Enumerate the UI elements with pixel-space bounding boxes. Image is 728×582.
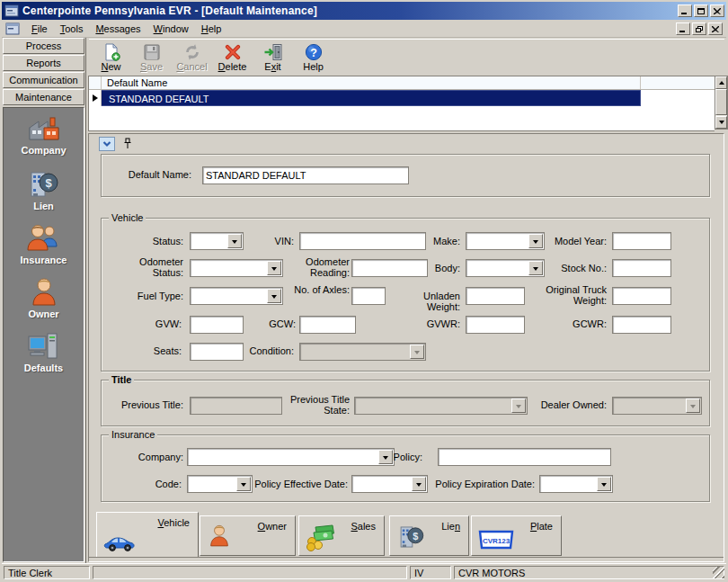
exit-button[interactable]: Exit — [253, 40, 293, 74]
close-icon — [714, 8, 721, 14]
sidebar-button-maintenance[interactable]: Maintenance — [3, 89, 84, 105]
scroll-up-button[interactable] — [715, 76, 727, 89]
odometer-reading-label: Odometer Reading: — [292, 256, 350, 278]
exit-icon — [263, 43, 283, 61]
money-icon — [306, 524, 336, 551]
pushpin-icon[interactable] — [123, 138, 132, 149]
tab-owner[interactable]: Owner — [200, 515, 296, 556]
scroll-down-button[interactable] — [715, 116, 727, 129]
building-dollar-icon: $ — [396, 523, 427, 551]
unladen-weight-input[interactable] — [466, 287, 525, 305]
sidebar-button-reports[interactable]: Reports — [3, 55, 84, 71]
fuel-type-label: Fuel Type: — [120, 291, 183, 301]
odometer-status-combo[interactable] — [190, 259, 283, 277]
grid-row-selected[interactable]: STANDARD DEFAULT — [89, 90, 715, 106]
sidebar-item-label: Defaults — [24, 363, 63, 373]
mdi-minimize-button[interactable] — [676, 22, 690, 35]
mdi-restore-button[interactable] — [692, 22, 706, 35]
chevron-down-icon — [511, 398, 526, 413]
menu-window[interactable]: Window — [147, 22, 195, 36]
stock-no-input[interactable] — [612, 259, 671, 277]
grid-header-row: Default Name — [89, 76, 715, 90]
no-of-axles-input[interactable] — [351, 287, 386, 305]
menu-file[interactable]: File — [25, 22, 54, 36]
mdi-close-button[interactable] — [708, 22, 723, 35]
sidebar-icon-panel: Company $ Lien — [3, 107, 84, 562]
tab-plate[interactable]: Plate CVR123 — [471, 515, 562, 556]
chevron-down-icon[interactable] — [267, 289, 281, 303]
mdi-child-icon — [5, 22, 20, 35]
toolbar-button-label: Exit — [264, 62, 280, 72]
menu-messages[interactable]: Messages — [89, 22, 146, 36]
status-state: IV — [410, 566, 451, 579]
computer-icon — [26, 331, 62, 362]
sidebar-item-label: Company — [21, 145, 66, 156]
gvwr-input[interactable] — [466, 316, 525, 334]
chevron-down-icon[interactable] — [267, 261, 281, 275]
status-combo[interactable] — [190, 232, 244, 250]
app-window: Centerpointe Pennsylvania EVR - [Default… — [0, 0, 728, 582]
insurance-group: Insurance Company: Policy: Code: Policy … — [101, 434, 710, 502]
insurance-company-combo[interactable] — [187, 448, 395, 466]
original-truck-weight-input[interactable] — [612, 287, 671, 305]
menu-tools[interactable]: Tools — [54, 22, 90, 36]
grid-vertical-scrollbar[interactable] — [715, 76, 728, 130]
tab-baseline — [89, 557, 724, 558]
toolbar-button-label: Cancel — [176, 62, 207, 72]
sidebar-button-process[interactable]: Process — [3, 38, 84, 54]
insurance-group-legend: Insurance — [109, 429, 157, 440]
grid-cell-default-name[interactable]: STANDARD DEFAULT — [102, 90, 641, 106]
default-name-input[interactable] — [202, 166, 409, 184]
policy-input[interactable] — [438, 448, 611, 466]
status-label: Status: — [120, 236, 183, 246]
chevron-down-icon — [686, 398, 700, 413]
policy-expiration-date-combo[interactable] — [539, 475, 613, 493]
tab-lien[interactable]: Lien $ — [389, 515, 469, 556]
tab-sales[interactable]: Sales — [298, 515, 385, 556]
factory-icon — [26, 115, 62, 144]
new-document-icon — [102, 43, 121, 61]
save-button: Save — [131, 40, 172, 74]
tab-label: Owner — [258, 521, 287, 532]
previous-title-label: Previous Title: — [120, 399, 183, 410]
gcw-input[interactable] — [299, 316, 356, 334]
dealer-owned-label: Dealer Owned: — [533, 399, 607, 410]
policy-effective-date-combo[interactable] — [351, 475, 428, 493]
sidebar-item-defaults[interactable]: Defaults — [4, 331, 84, 385]
insurance-code-label: Code: — [120, 479, 182, 489]
toolbar-button-label: Help — [303, 62, 324, 72]
gcwr-input[interactable] — [612, 316, 671, 334]
menu-bar: File Tools Messages Window Help — [2, 20, 726, 38]
sidebar-button-communication[interactable]: Communication — [3, 72, 84, 88]
chevron-down-icon[interactable] — [412, 477, 426, 491]
help-button[interactable]: ? Help — [293, 40, 333, 74]
sidebar-item-insurance[interactable]: Insurance — [4, 223, 84, 277]
collapse-grid-button[interactable] — [99, 137, 115, 151]
building-dollar-icon: $ — [26, 169, 62, 200]
new-button[interactable]: New — [91, 40, 131, 74]
scroll-thumb[interactable] — [715, 89, 727, 115]
model-year-input[interactable] — [612, 232, 671, 250]
seats-input[interactable] — [190, 343, 244, 361]
resize-grip[interactable] — [713, 567, 724, 578]
sidebar-item-lien[interactable]: $ Lien — [4, 169, 84, 223]
chevron-down-icon[interactable] — [597, 477, 611, 491]
tab-label: Lien — [441, 521, 460, 532]
grid-column-default-name[interactable]: Default Name — [102, 76, 641, 89]
toolbar: New Save Cancel — [89, 39, 724, 75]
insurance-code-combo[interactable] — [187, 475, 253, 493]
status-bar: Title Clerk IV CVR MOTORS — [2, 563, 726, 580]
body-label: Body: — [398, 263, 460, 273]
sidebar-item-company[interactable]: Company — [4, 115, 84, 169]
car-icon — [103, 533, 138, 553]
sidebar-item-owner[interactable]: Owner — [4, 277, 84, 331]
close-button[interactable] — [710, 4, 724, 17]
delete-button[interactable]: Delete — [212, 40, 253, 74]
menu-help[interactable]: Help — [195, 22, 228, 36]
maximize-button[interactable] — [694, 4, 708, 17]
fuel-type-combo[interactable] — [190, 287, 283, 305]
tab-vehicle[interactable]: Vehicle — [96, 512, 199, 557]
minimize-button[interactable] — [678, 4, 692, 17]
previous-title-state-label: Previous Title State: — [285, 394, 350, 416]
gvw-input[interactable] — [190, 316, 244, 334]
